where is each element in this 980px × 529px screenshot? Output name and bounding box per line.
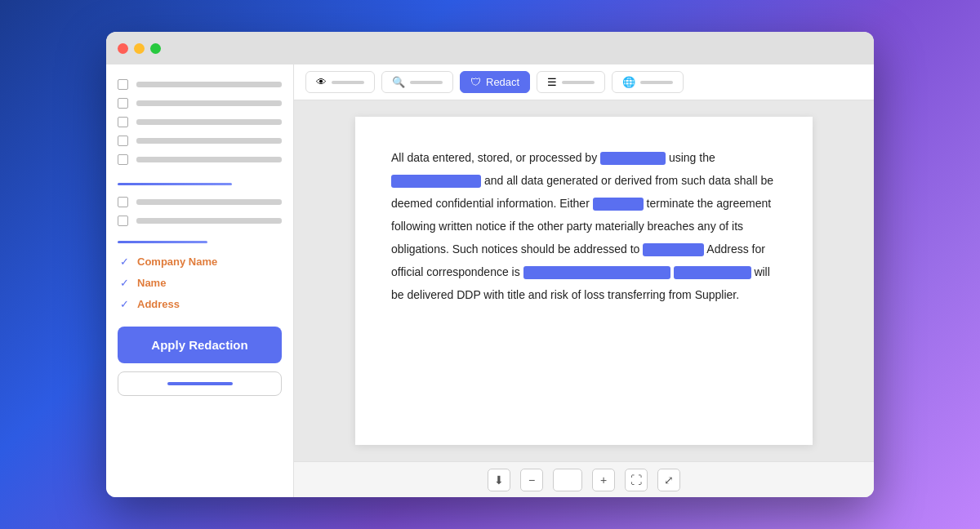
secondary-action-button[interactable] — [118, 371, 282, 396]
view-button[interactable]: 👁 — [305, 71, 375, 93]
fit-icon: ⛶ — [630, 473, 642, 487]
checkitem-address: ✓ Address — [118, 297, 282, 310]
list-item — [118, 79, 282, 90]
checkbox-6[interactable] — [118, 197, 128, 207]
sidebar-section2 — [118, 197, 282, 226]
sidebar-line — [136, 218, 282, 224]
check-icon-company: ✓ — [118, 255, 131, 268]
document-text: All data entered, stored, or processed b… — [391, 146, 777, 306]
page-input[interactable] — [553, 469, 582, 491]
sidebar-line — [136, 100, 282, 106]
list-icon: ☰ — [547, 76, 557, 88]
bottom-toolbar: ⬇ − + ⛶ ⤢ — [294, 461, 874, 497]
document-page: All data entered, stored, or processed b… — [355, 117, 813, 445]
download-icon: ⬇ — [494, 473, 504, 487]
globe-button[interactable]: 🌐 — [612, 71, 684, 93]
minimize-button[interactable] — [134, 43, 145, 54]
titlebar — [106, 32, 874, 64]
minus-icon: − — [528, 473, 535, 487]
redacted-span-1 — [600, 152, 666, 165]
redacted-span-4 — [643, 243, 704, 256]
traffic-lights — [118, 43, 161, 54]
redaction-checkitems: ✓ Company Name ✓ Name ✓ Address — [118, 255, 282, 310]
checkbox-1[interactable] — [118, 79, 128, 90]
expand-button[interactable]: ⤢ — [657, 469, 680, 491]
checkbox-4[interactable] — [118, 136, 128, 146]
check-icon-name: ✓ — [118, 276, 131, 289]
search-button[interactable]: 🔍 — [381, 71, 453, 93]
checkitem-company-label[interactable]: Company Name — [137, 256, 217, 268]
checkitem-address-label[interactable]: Address — [137, 298, 180, 310]
list-item — [118, 98, 282, 109]
check-icon-address: ✓ — [118, 297, 131, 310]
maximize-button[interactable] — [150, 43, 161, 54]
redact-label: Redact — [486, 76, 519, 88]
redacted-span-6 — [674, 266, 751, 279]
eye-icon: 👁 — [316, 76, 327, 88]
redact-button[interactable]: 🛡 Redact — [460, 71, 530, 93]
sidebar-line — [136, 199, 282, 205]
apply-redaction-button[interactable]: Apply Redaction — [118, 327, 282, 363]
sidebar-line — [136, 157, 282, 162]
download-button[interactable]: ⬇ — [488, 469, 510, 491]
app-window: ✓ Company Name ✓ Name ✓ Address Apply Re… — [106, 32, 874, 497]
list-item — [118, 197, 282, 207]
checkitem-name-label[interactable]: Name — [137, 277, 166, 289]
close-button[interactable] — [118, 43, 128, 54]
checkbox-5[interactable] — [118, 154, 128, 165]
list-item — [118, 117, 282, 127]
list-item — [118, 154, 282, 165]
checkitem-company: ✓ Company Name — [118, 255, 282, 268]
toolbar-line — [410, 81, 443, 84]
main-content: ✓ Company Name ✓ Name ✓ Address Apply Re… — [106, 64, 874, 497]
search-icon: 🔍 — [392, 76, 405, 88]
checkitem-name: ✓ Name — [118, 276, 282, 289]
fit-page-button[interactable]: ⛶ — [625, 469, 648, 491]
sidebar-list-items — [118, 79, 282, 165]
redacted-span-2 — [391, 175, 481, 188]
toolbar-line — [332, 81, 364, 84]
expand-icon: ⤢ — [664, 473, 674, 487]
toolbar: 👁 🔍 🛡 Redact ☰ 🌐 — [294, 64, 874, 100]
list-button[interactable]: ☰ — [537, 71, 605, 93]
sidebar-line — [136, 138, 282, 144]
sidebar-divider-1 — [118, 183, 232, 185]
globe-icon: 🌐 — [622, 76, 635, 88]
redacted-span-3 — [593, 198, 644, 211]
secondary-btn-line — [167, 382, 233, 385]
redacted-span-5 — [523, 266, 670, 279]
sidebar-divider-2 — [118, 241, 207, 243]
toolbar-line — [640, 81, 673, 84]
sidebar-line — [136, 82, 282, 87]
checkbox-7[interactable] — [118, 216, 128, 226]
sidebar: ✓ Company Name ✓ Name ✓ Address Apply Re… — [106, 64, 294, 497]
zoom-out-button[interactable]: − — [520, 469, 543, 491]
plus-icon: + — [600, 473, 607, 487]
right-panel: 👁 🔍 🛡 Redact ☰ 🌐 — [294, 64, 874, 497]
document-area: All data entered, stored, or processed b… — [294, 100, 874, 461]
shield-icon: 🛡 — [470, 76, 481, 88]
checkbox-3[interactable] — [118, 117, 128, 127]
list-item — [118, 216, 282, 226]
checkbox-2[interactable] — [118, 98, 128, 109]
zoom-in-button[interactable]: + — [592, 469, 615, 491]
toolbar-line — [562, 81, 595, 84]
list-item — [118, 136, 282, 146]
sidebar-line — [136, 119, 282, 125]
